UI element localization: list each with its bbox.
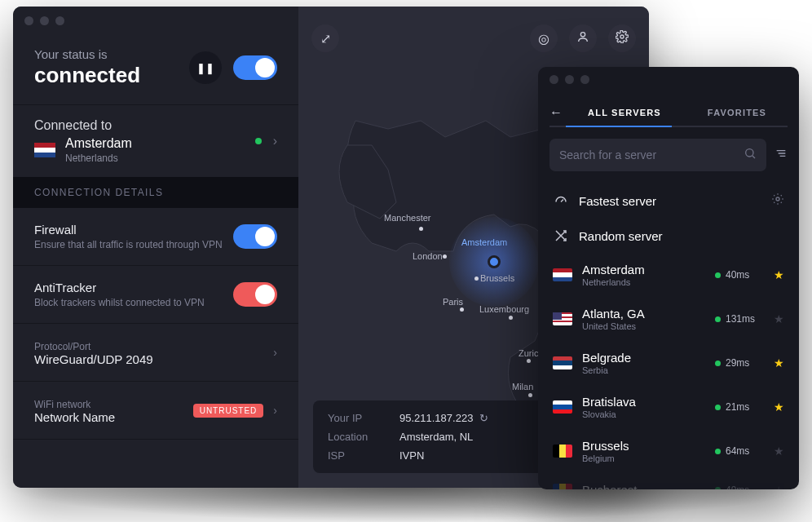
location-button[interactable]: ◎ (530, 24, 558, 52)
flag-icon (553, 400, 572, 414)
server-item[interactable]: BelgradeSerbia29ms★ (538, 341, 799, 385)
collapse-button[interactable]: ⤢ (311, 24, 339, 52)
server-item[interactable]: AmsterdamNetherlands40ms★ (538, 253, 799, 297)
refresh-button[interactable]: ↻ (479, 412, 488, 424)
antitracker-title: AntiTracker (34, 281, 223, 294)
svg-line-7 (561, 200, 563, 202)
random-server-item[interactable]: Random server (538, 219, 799, 253)
server-latency: 131ms (715, 313, 764, 325)
server-latency: 64ms (715, 445, 764, 457)
ip-value: 95.211.187.223 (399, 412, 473, 424)
status-dot-icon (715, 361, 721, 366)
arrow-left-icon: ← (549, 105, 563, 119)
server-city: Bratislava (582, 395, 705, 409)
map-label-manchester: Manchester (384, 213, 430, 223)
flag-icon (553, 312, 572, 325)
status-dot-icon (715, 316, 721, 322)
server-list: Fastest server Random server AmsterdamNe… (538, 183, 799, 489)
status-dot-icon (715, 272, 721, 278)
server-country: Belgium (582, 453, 705, 463)
star-icon: ★ (774, 484, 784, 490)
connected-city: Amsterdam (65, 136, 132, 151)
antitracker-row: AntiTracker Block trackers whilst connec… (13, 266, 298, 324)
status-value: connected (34, 63, 140, 88)
connected-country: Netherlands (65, 153, 132, 164)
account-button[interactable] (569, 24, 597, 52)
map-label-london: London (413, 251, 443, 261)
server-latency: 40ms (715, 269, 764, 281)
server-city: Atlanta, GA (582, 307, 705, 321)
search-icon (744, 147, 757, 163)
protocol-label: Protocol/Port (34, 341, 263, 352)
collapse-icon: ⤢ (320, 31, 331, 46)
server-latency: 29ms (715, 357, 764, 369)
fastest-server-item[interactable]: Fastest server (538, 183, 799, 219)
favorite-button[interactable]: ★ (774, 400, 784, 414)
flag-icon (553, 356, 572, 369)
user-icon (576, 30, 589, 46)
firewall-row: Firewall Ensure that all traffic is rout… (13, 208, 298, 266)
gear-icon (616, 30, 629, 46)
status-dot-icon (255, 138, 262, 144)
map-label-paris: Paris (443, 297, 463, 307)
minimize-icon[interactable] (40, 16, 49, 25)
status-lead: Your status is (34, 47, 140, 61)
filter-button[interactable] (774, 147, 788, 164)
svg-point-8 (776, 197, 779, 201)
flag-icon (553, 268, 572, 281)
server-country: United States (582, 321, 705, 331)
server-city: Brussels (582, 439, 705, 453)
wifi-label: WiFi network (34, 399, 183, 410)
server-item[interactable]: Atlanta, GAUnited States131ms★ (538, 297, 799, 341)
chevron-right-icon: › (273, 134, 277, 148)
fastest-settings-button[interactable] (771, 192, 784, 209)
firewall-toggle[interactable] (233, 224, 277, 249)
back-button[interactable]: ← (549, 105, 563, 120)
favorite-button[interactable]: ★ (774, 312, 784, 325)
pause-button[interactable]: ❚❚ (189, 51, 222, 84)
maximize-icon[interactable] (580, 75, 589, 84)
settings-button[interactable] (608, 24, 636, 52)
close-icon[interactable] (549, 75, 558, 84)
favorite-button[interactable]: ★ (774, 445, 784, 458)
location-pin-icon[interactable] (488, 255, 501, 268)
location-label: Location (328, 431, 393, 443)
status-dot-icon (715, 405, 721, 410)
favorite-button[interactable]: ★ (774, 484, 784, 490)
filter-icon (774, 147, 788, 163)
location-value: Amsterdam, NL (399, 431, 473, 443)
antitracker-toggle[interactable] (233, 282, 277, 307)
server-latency: 21ms (715, 401, 764, 413)
connected-to-row[interactable]: Connected to Amsterdam Netherlands › (13, 105, 298, 177)
svg-point-0 (580, 33, 585, 37)
sidebar: Your status is connected ❚❚ Connected to (13, 7, 298, 488)
search-input[interactable] (559, 148, 735, 161)
protocol-row[interactable]: Protocol/Port WireGuard/UDP 2049 › (13, 324, 298, 382)
chevron-right-icon: › (273, 404, 277, 417)
protocol-value: WireGuard/UDP 2049 (34, 352, 263, 366)
ip-label: Your IP (328, 412, 393, 424)
antitracker-desc: Block trackers whilst connected to VPN (34, 297, 223, 308)
shuffle-icon (553, 228, 569, 243)
connection-toggle[interactable] (233, 55, 277, 80)
tab-all-servers[interactable]: ALL SERVERS (574, 100, 675, 126)
minimize-icon[interactable] (565, 75, 574, 84)
svg-point-2 (746, 149, 753, 157)
wifi-row[interactable]: WiFi network Network Name UNTRUSTED › (13, 382, 298, 440)
server-city: Bucharest (582, 483, 705, 489)
tab-favorites[interactable]: FAVORITES (686, 100, 788, 126)
star-icon: ★ (774, 312, 784, 325)
servers-window: ← ALL SERVERS FAVORITES Fastest server (538, 67, 799, 489)
close-icon[interactable] (24, 16, 33, 25)
maximize-icon[interactable] (55, 16, 64, 25)
search-box[interactable] (549, 139, 766, 171)
star-icon: ★ (774, 400, 784, 414)
server-item[interactable]: BrusselsBelgium64ms★ (538, 429, 799, 473)
refresh-icon: ↻ (479, 412, 488, 424)
server-item[interactable]: BratislavaSlovakia21ms★ (538, 385, 799, 429)
server-item[interactable]: Bucharest49ms★ (538, 473, 799, 489)
favorite-button[interactable]: ★ (774, 356, 784, 369)
favorite-button[interactable]: ★ (774, 268, 784, 281)
isp-label: ISP (328, 449, 393, 462)
flag-icon (553, 445, 572, 458)
